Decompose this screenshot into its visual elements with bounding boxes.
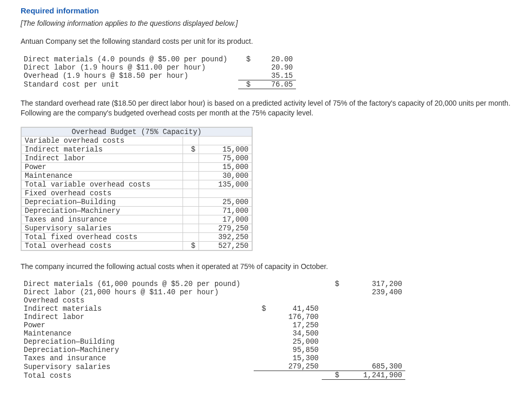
dollar-sign (183, 162, 199, 171)
dollar-sign (183, 189, 199, 197)
std-cost-value: 20.90 (254, 63, 296, 72)
actual-col2-value (342, 346, 405, 354)
budget-label: Total fixed overhead costs (22, 232, 183, 241)
dollar-sign (238, 63, 254, 72)
dollar-sign (322, 296, 342, 305)
dollar-sign (254, 329, 269, 338)
actual-col1-value: 279,250 (269, 362, 322, 371)
actual-row: Direct materials (61,000 pounds @ $5.20 … (21, 280, 405, 288)
budget-label: Power (22, 162, 183, 171)
std-cost-row: Standard cost per unit$76.05 (21, 80, 296, 89)
actual-col1-value: 41,450 (269, 305, 322, 313)
budget-row: Taxes and insurance17,000 (22, 215, 252, 224)
dollar-sign (254, 280, 269, 288)
std-cost-value: 20.00 (254, 55, 296, 63)
std-cost-label: Overhead (1.9 hours @ $18.50 per hour) (21, 72, 238, 80)
actual-row: Taxes and insurance15,300 (21, 354, 405, 362)
dollar-sign (254, 362, 269, 371)
actual-col2-value: 1,241,900 (342, 371, 405, 380)
actual-row: Power17,250 (21, 321, 405, 329)
budget-label: Supervisory salaries (22, 224, 183, 232)
dollar-sign (254, 338, 269, 346)
actual-row: Overhead costs (21, 296, 405, 305)
dollar-sign (322, 346, 342, 354)
budget-value (199, 189, 252, 197)
budget-label: Variable overhead costs (22, 136, 183, 145)
dollar-sign (254, 288, 269, 296)
actual-label: Supervisory salaries (21, 362, 254, 371)
actual-col2-value: 239,400 (342, 288, 405, 296)
std-cost-label: Standard cost per unit (21, 80, 238, 89)
budget-value: 25,000 (199, 197, 252, 206)
std-cost-value: 76.05 (254, 80, 296, 89)
budget-row: Indirect materials$15,000 (22, 145, 252, 154)
actual-col2-value (342, 329, 405, 338)
actual-col2-value: 685,300 (342, 362, 405, 371)
standard-costs-table: Direct materials (4.0 pounds @ $5.00 per… (21, 55, 296, 89)
budget-value: 15,000 (199, 162, 252, 171)
actual-col1-value: 176,700 (269, 313, 322, 321)
actual-label: Power (21, 321, 254, 329)
budget-value (199, 136, 252, 145)
dollar-sign (254, 296, 269, 305)
actual-col1-value (269, 371, 322, 380)
actual-label: Overhead costs (21, 296, 254, 305)
actual-row: Total costs$1,241,900 (21, 371, 405, 380)
actual-col2-value (342, 338, 405, 346)
actual-label: Depreciation—Machinery (21, 346, 254, 354)
budget-label: Maintenance (22, 171, 183, 180)
dollar-sign (183, 154, 199, 162)
actual-col2-value (342, 354, 405, 362)
budget-value: 279,250 (199, 224, 252, 232)
actual-col1-value (269, 280, 322, 288)
dollar-sign: $ (183, 241, 199, 250)
budget-value: 17,000 (199, 215, 252, 224)
dollar-sign (254, 313, 269, 321)
dollar-sign (183, 215, 199, 224)
budget-title: Overhead Budget (75% Capacity) (22, 127, 252, 136)
actual-label: Direct labor (21,000 hours @ $11.40 per … (21, 288, 254, 296)
dollar-sign (322, 354, 342, 362)
budget-value: 71,000 (199, 206, 252, 215)
dollar-sign (254, 346, 269, 354)
dollar-sign (254, 354, 269, 362)
actual-col1-value: 17,250 (269, 321, 322, 329)
dollar-sign: $ (322, 371, 342, 380)
budget-row: Supervisory salaries279,250 (22, 224, 252, 232)
dollar-sign (322, 305, 342, 313)
dollar-sign (183, 224, 199, 232)
budget-value: 527,250 (199, 241, 252, 250)
budget-row: Total fixed overhead costs392,250 (22, 232, 252, 241)
actual-row: Supervisory salaries279,250685,300 (21, 362, 405, 371)
budget-row: Variable overhead costs (22, 136, 252, 145)
budget-label: Fixed overhead costs (22, 189, 183, 197)
actual-col2-value (342, 296, 405, 305)
budget-row: Power15,000 (22, 162, 252, 171)
actual-col1-value: 15,300 (269, 354, 322, 362)
dollar-sign (238, 72, 254, 80)
std-cost-label: Direct labor (1.9 hours @ $11.00 per hou… (21, 63, 238, 72)
budget-row: Fixed overhead costs (22, 189, 252, 197)
actual-label: Indirect materials (21, 305, 254, 313)
required-info-heading: Required information (21, 6, 514, 15)
paragraph-1: Antuan Company set the following standar… (21, 37, 514, 47)
budget-value: 15,000 (199, 145, 252, 154)
actual-col2-value (342, 313, 405, 321)
actual-label: Depreciation—Building (21, 338, 254, 346)
dollar-sign (183, 206, 199, 215)
actual-col2-value (342, 321, 405, 329)
actual-label: Maintenance (21, 329, 254, 338)
dollar-sign: $ (238, 80, 254, 89)
dollar-sign (183, 180, 199, 189)
budget-label: Indirect materials (22, 145, 183, 154)
dollar-sign: $ (183, 145, 199, 154)
std-cost-value: 35.15 (254, 72, 296, 80)
dollar-sign: $ (238, 55, 254, 63)
budget-label: Depreciation—Machinery (22, 206, 183, 215)
budget-row: Total overhead costs$527,250 (22, 241, 252, 250)
dollar-sign: $ (322, 280, 342, 288)
actual-row: Direct labor (21,000 hours @ $11.40 per … (21, 288, 405, 296)
dollar-sign (322, 338, 342, 346)
budget-label: Indirect labor (22, 154, 183, 162)
dollar-sign (322, 362, 342, 371)
